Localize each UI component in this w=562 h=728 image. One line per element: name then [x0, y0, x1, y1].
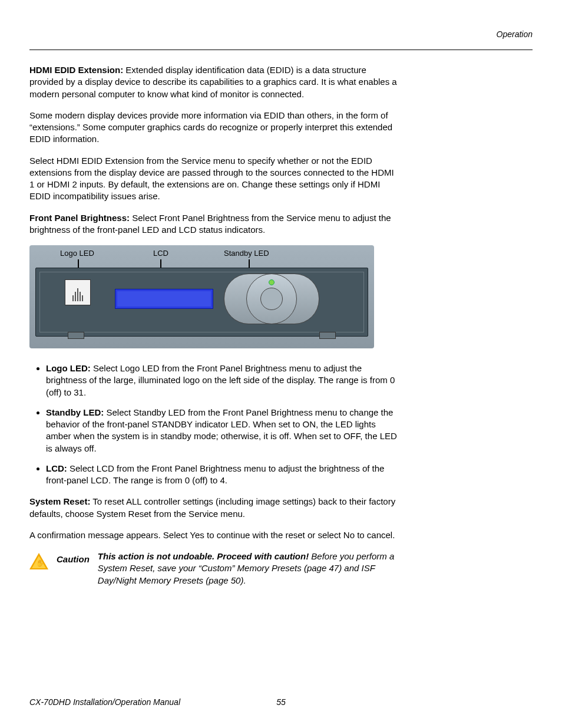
paragraph-edid-extensions: Some modern display devices provide more… — [29, 110, 401, 146]
slot-left — [68, 332, 84, 339]
diagram-label-lcd: LCD — [153, 249, 168, 258]
bullet-logo-led-body: Select Logo LED from the Front Panel Bri… — [46, 363, 395, 397]
bullet-lcd-body: Select LCD from the Front Panel Brightne… — [46, 463, 384, 485]
diagram-label-standby: Standby LED — [224, 249, 269, 258]
caution-label: Caution — [57, 554, 90, 564]
lcd-icon — [115, 289, 213, 309]
fpb-lead: Front Panel Brightness: — [29, 213, 130, 223]
hdmi-edid-lead: HDMI EDID Extension: — [29, 65, 123, 75]
caution-lead: This action is not undoable. Proceed wit… — [98, 551, 309, 561]
brightness-bullet-list: Logo LED: Select Logo LED from the Front… — [29, 363, 401, 486]
bullet-logo-led: Logo LED: Select Logo LED from the Front… — [46, 363, 401, 398]
page-footer: CX-70DHD Installation/Operation Manual 5… — [29, 697, 533, 707]
section-header: Operation — [29, 29, 533, 39]
caution-icon: ✋ — [29, 553, 48, 569]
caution-block: ✋ Caution This action is not undoable. P… — [29, 551, 406, 587]
paragraph-hdmi-edid: HDMI EDID Extension: Extended display id… — [29, 64, 401, 100]
bullet-standby-led: Standby LED: Select Standby LED from the… — [46, 407, 401, 454]
caution-text: This action is not undoable. Proceed wit… — [98, 551, 406, 587]
footer-title: CX-70DHD Installation/Operation Manual — [29, 697, 180, 707]
front-panel-diagram: Logo LED LCD Standby LED — [29, 245, 374, 348]
paragraph-edid-select: Select HDMI EDID Extension from the Serv… — [29, 155, 401, 203]
control-knob-icon — [224, 261, 318, 336]
bullet-lcd-lead: LCD: — [46, 463, 67, 473]
paragraph-front-panel-brightness: Front Panel Brightness: Select Front Pan… — [29, 212, 401, 236]
bullet-lcd: LCD: Select LCD from the Front Panel Bri… — [46, 463, 401, 487]
paragraph-confirmation: A confirmation message appears. Select Y… — [29, 529, 401, 541]
logo-led-icon — [65, 279, 91, 305]
paragraph-system-reset: System Reset: To reset ALL controller se… — [29, 496, 401, 520]
body-content: HDMI EDID Extension: Extended display id… — [29, 64, 401, 587]
diagram-label-logo: Logo LED — [60, 249, 94, 258]
bullet-standby-led-lead: Standby LED: — [46, 407, 104, 417]
system-reset-lead: System Reset: — [29, 496, 90, 506]
bullet-logo-led-lead: Logo LED: — [46, 363, 91, 373]
header-rule — [29, 50, 533, 50]
slot-right — [319, 332, 336, 339]
footer-page-number: 55 — [276, 697, 286, 707]
